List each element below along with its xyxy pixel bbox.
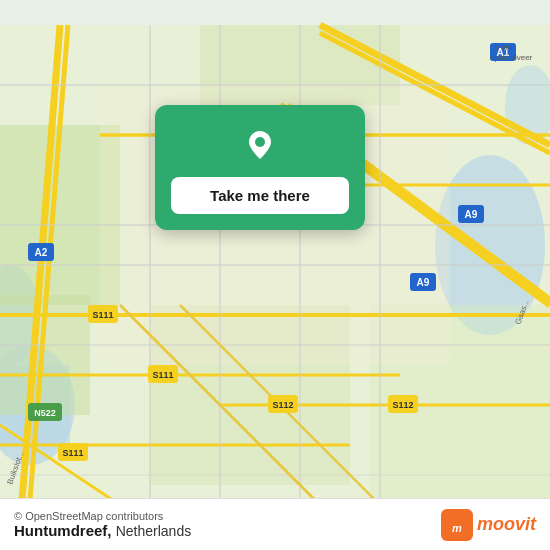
osm-credit: © OpenStreetMap contributors	[14, 510, 191, 522]
location-name-row: Huntumdreef, Netherlands	[14, 522, 191, 540]
svg-text:S111: S111	[92, 310, 113, 320]
map-container: A2 A1 A9 A9 S112 S113 S111 S111 S111 S11…	[0, 0, 550, 550]
location-name: Huntumdreef, Netherlands	[14, 522, 191, 539]
svg-text:S111: S111	[152, 370, 173, 380]
svg-text:L em: L em	[495, 43, 513, 52]
take-me-there-button[interactable]: Take me there	[171, 177, 349, 214]
moovit-logo-container: m moovit	[441, 509, 536, 541]
svg-text:A2: A2	[35, 247, 48, 258]
location-info: © OpenStreetMap contributors Huntumdreef…	[14, 510, 191, 540]
svg-text:S111: S111	[62, 448, 83, 458]
location-country: Netherlands	[116, 523, 192, 539]
svg-point-65	[255, 137, 265, 147]
svg-text:A9: A9	[465, 209, 478, 220]
map-background: A2 A1 A9 A9 S112 S113 S111 S111 S111 S11…	[0, 0, 550, 550]
svg-text:N522: N522	[34, 408, 56, 418]
svg-text:S112: S112	[272, 400, 293, 410]
moovit-logo-icon: m	[441, 509, 473, 541]
location-pin-icon	[238, 123, 282, 167]
svg-text:m: m	[452, 522, 462, 534]
popup-card[interactable]: Take me there	[155, 105, 365, 230]
svg-text:S112: S112	[392, 400, 413, 410]
svg-text:A9: A9	[417, 277, 430, 288]
moovit-text: moovit	[477, 514, 536, 535]
bottom-bar: © OpenStreetMap contributors Huntumdreef…	[0, 498, 550, 550]
svg-text:nport alveer: nport alveer	[490, 53, 533, 62]
